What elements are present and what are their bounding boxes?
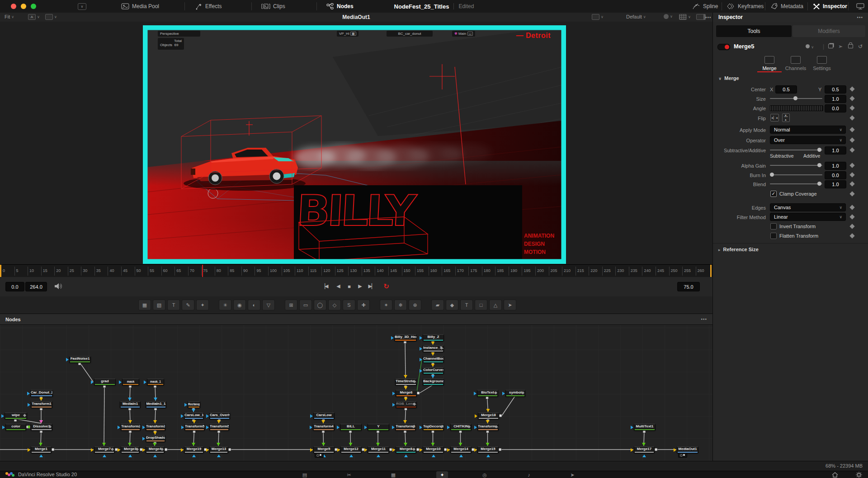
tool-icon[interactable]: ▭ bbox=[299, 300, 312, 310]
node-merge7[interactable]: Merge7 bbox=[94, 446, 115, 453]
node-mask_1[interactable]: mask_1 bbox=[147, 379, 164, 385]
node-merge12[interactable]: Merge12 bbox=[340, 446, 362, 453]
first-frame-button[interactable]: ▕◀ bbox=[319, 281, 330, 291]
node-background2[interactable]: Background2... bbox=[423, 379, 444, 385]
node-chitkin[interactable]: CHITKIN bbox=[450, 424, 472, 431]
node-channelbool[interactable]: ChannelBool... bbox=[423, 356, 444, 363]
node-instance_t[interactable]: Instance_T... bbox=[423, 345, 444, 352]
node-transform6[interactable]: Transform6 bbox=[395, 424, 416, 431]
tool-icon[interactable]: T bbox=[460, 300, 473, 310]
vp-quality-label[interactable]: VP_Hi ▦ bbox=[337, 31, 359, 37]
lut-dropdown[interactable]: Default∨ bbox=[626, 14, 646, 19]
merge-section-header[interactable]: ∨Merge bbox=[718, 75, 739, 81]
node-transform[interactable]: Transform... bbox=[477, 424, 499, 431]
metadata-button[interactable]: Metadata bbox=[770, 0, 803, 13]
camera-label[interactable]: BC_car_donut bbox=[387, 31, 433, 37]
flip-vertical-button[interactable]: ▸▏◂ bbox=[782, 113, 790, 122]
subtab-channels[interactable]: Channels bbox=[784, 56, 807, 71]
page-color-icon[interactable]: ◎ bbox=[479, 471, 491, 478]
channel-dropdown[interactable]: A∨ bbox=[28, 14, 40, 20]
size-slider[interactable] bbox=[770, 98, 822, 99]
zoom-window-button[interactable] bbox=[31, 4, 36, 9]
angle-thumbwheel[interactable] bbox=[770, 105, 823, 111]
tool-icon[interactable]: ▰ bbox=[431, 300, 444, 310]
node-timestretc[interactable]: TimeStretc... bbox=[395, 379, 417, 385]
viewer-canvas[interactable]: BILLY ANIMATION DESIGN MOTION bbox=[0, 22, 712, 264]
blend-slider[interactable] bbox=[770, 183, 822, 184]
play-button[interactable]: ▶ bbox=[354, 281, 365, 291]
keyframe-icon[interactable] bbox=[849, 191, 854, 196]
nodes-options-menu[interactable]: ••• bbox=[701, 317, 707, 322]
current-frame-field[interactable]: 75.0 bbox=[677, 282, 700, 291]
node-cars_overhe[interactable]: Cars_Overhe... bbox=[209, 412, 230, 419]
tool-icon[interactable]: S bbox=[343, 300, 355, 310]
loop-button[interactable]: ↻ bbox=[381, 281, 392, 291]
tool-icon[interactable]: △ bbox=[489, 300, 502, 310]
inspector-button[interactable]: Inspector bbox=[813, 0, 847, 13]
tool-icon[interactable]: ✦ bbox=[196, 300, 209, 310]
page-cut-icon[interactable]: ✂ bbox=[343, 471, 355, 478]
node-mask[interactable]: mask bbox=[122, 379, 139, 385]
tool-icon[interactable]: ◇ bbox=[328, 300, 341, 310]
node-enable-toggle[interactable] bbox=[717, 44, 730, 50]
subtab-settings[interactable]: Settings bbox=[811, 56, 833, 71]
play-reverse-button[interactable]: ◀ bbox=[333, 281, 344, 291]
flatten-transform-checkbox[interactable] bbox=[770, 233, 777, 239]
clips-button[interactable]: Clips bbox=[261, 0, 285, 13]
version-dot-icon[interactable]: ∨ bbox=[806, 43, 814, 50]
node-merge11[interactable]: Merge11 bbox=[368, 446, 389, 453]
proxy-dropdown[interactable]: ∨ bbox=[592, 14, 604, 20]
reference-size-section-header[interactable]: ▸Reference Size bbox=[718, 247, 759, 252]
media-pool-button[interactable]: Media Pool bbox=[121, 0, 159, 13]
display-icon[interactable] bbox=[856, 3, 864, 9]
page-media-icon[interactable]: ▤ bbox=[299, 471, 311, 478]
node-transform5_1[interactable]: Transform5_1 bbox=[184, 424, 205, 431]
keyframe-icon[interactable] bbox=[849, 96, 854, 101]
subtab-merge[interactable]: Merge bbox=[758, 56, 781, 71]
node-y[interactable]: Y bbox=[368, 424, 389, 431]
reset-icon[interactable]: ↺ bbox=[858, 43, 863, 50]
keyframe-icon[interactable] bbox=[849, 181, 854, 186]
node-rgb_lens[interactable]: RGB_Lens... bbox=[396, 401, 417, 408]
effects-button[interactable]: Effects bbox=[195, 0, 222, 13]
page-edit-icon[interactable]: ▦ bbox=[387, 471, 399, 478]
nodes-button[interactable]: Nodes bbox=[326, 0, 354, 13]
node-multitext1[interactable]: MultiText1 bbox=[634, 424, 656, 431]
tool-icon[interactable]: ▽ bbox=[262, 300, 275, 310]
edges-dropdown[interactable]: Canvas∨ bbox=[770, 203, 846, 211]
center-x-field[interactable]: 0.5 bbox=[775, 85, 797, 94]
tool-icon[interactable]: ✎ bbox=[182, 300, 194, 310]
node-wipe[interactable]: wipe bbox=[5, 412, 27, 419]
node-grad[interactable]: grad bbox=[94, 379, 116, 385]
view-mode-dropdown[interactable]: ∨ bbox=[45, 14, 57, 20]
home-icon[interactable] bbox=[832, 472, 838, 478]
node-transform4[interactable]: Transform4 bbox=[313, 424, 335, 431]
node-merge8[interactable]: Merge8 bbox=[396, 446, 416, 453]
node-bill[interactable]: BILL bbox=[340, 424, 362, 431]
operator-dropdown[interactable]: Over∨ bbox=[770, 136, 846, 144]
tool-icon[interactable]: T bbox=[167, 300, 180, 310]
keyframe-icon[interactable] bbox=[849, 147, 854, 152]
viewer-options-menu[interactable]: ••• bbox=[705, 15, 712, 20]
burn-in-field[interactable]: 0.0 bbox=[825, 171, 846, 179]
node-mediain1_1[interactable]: MediaIn1_1 bbox=[146, 401, 166, 408]
page-deliver-icon[interactable]: ➤ bbox=[566, 471, 578, 478]
playhead[interactable] bbox=[202, 265, 203, 277]
grid-dropdown[interactable]: ∨ bbox=[679, 14, 691, 20]
node-carslow[interactable]: CarsLow bbox=[313, 412, 335, 419]
node-rectangle1[interactable]: Rectangle1 bbox=[188, 401, 200, 408]
settings-gear-icon[interactable] bbox=[856, 472, 862, 478]
keyframe-icon[interactable] bbox=[849, 115, 854, 120]
keyframe-icon[interactable] bbox=[849, 214, 854, 219]
node-transform2[interactable]: Transform2 bbox=[121, 424, 141, 431]
spline-button[interactable]: Spline bbox=[693, 0, 718, 13]
keyframe-icon[interactable] bbox=[849, 127, 854, 132]
node-merge14[interactable]: Merge14 bbox=[450, 446, 472, 453]
keyframe-icon[interactable] bbox=[849, 163, 854, 168]
node-billy_3d_head[interactable]: Billy_3D_Head bbox=[394, 334, 417, 341]
burn-in-slider[interactable] bbox=[770, 174, 822, 175]
tool-icon[interactable]: ✳ bbox=[219, 300, 231, 310]
tab-tools[interactable]: Tools bbox=[716, 25, 792, 37]
node-merge15[interactable]: Merge15 bbox=[477, 446, 499, 453]
keyframe-icon[interactable] bbox=[849, 224, 854, 229]
